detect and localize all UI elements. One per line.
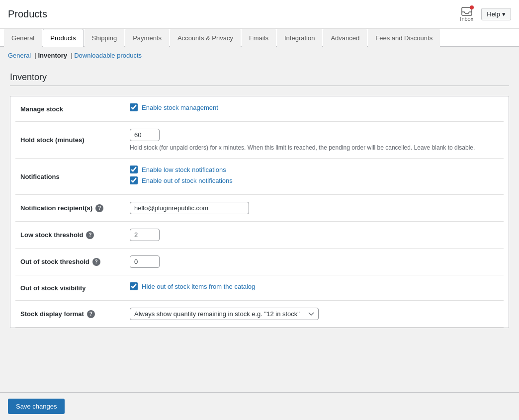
low-stock-notif-label[interactable]: Enable low stock notifications — [142, 166, 226, 173]
low-stock-checkbox-row: Enable low stock notifications — [130, 166, 499, 173]
label-with-help-low-stock: Low stock threshold ? — [20, 231, 115, 239]
out-of-stock-visibility-checkbox-row: Hide out of stock items from the catalog — [130, 282, 499, 290]
label-notifications: Notifications — [15, 159, 125, 195]
low-stock-threshold-help-icon[interactable]: ? — [86, 231, 94, 239]
notification-recipient-label: Notification recipient(s) — [20, 204, 92, 212]
top-bar: Products Inbox Help ▾ — [0, 0, 519, 29]
out-of-stock-threshold-label: Out of stock threshold — [20, 258, 89, 265]
val-out-of-stock-visibility: Hide out of stock items from the catalog — [125, 275, 504, 301]
out-of-stock-notif-label[interactable]: Enable out of stock notifications — [142, 177, 233, 184]
label-with-help-stock-display: Stock display format ? — [20, 310, 115, 318]
val-hold-stock: Hold stock (for unpaid orders) for x min… — [125, 122, 504, 159]
row-stock-display-format: Stock display format ? Always show quant… — [15, 301, 504, 328]
out-of-stock-threshold-input[interactable] — [130, 255, 160, 268]
row-notifications: Notifications Enable low stock notificat… — [15, 159, 504, 195]
label-low-stock-threshold: Low stock threshold ? — [15, 222, 125, 249]
val-manage-stock: Enable stock management — [125, 96, 504, 122]
label-with-help-out-stock: Out of stock threshold ? — [20, 258, 115, 266]
inbox-badge — [470, 5, 474, 9]
stock-display-format-label: Stock display format — [20, 310, 84, 318]
out-of-stock-threshold-help-icon[interactable]: ? — [92, 258, 100, 266]
stock-display-format-select[interactable]: Always show quantity remaining in stock … — [130, 308, 319, 320]
tab-accounts-privacy[interactable]: Accounts & Privacy — [170, 29, 241, 47]
low-stock-notif-checkbox[interactable] — [130, 166, 138, 173]
tab-general[interactable]: General — [4, 29, 42, 47]
label-hold-stock: Hold stock (minutes) — [15, 122, 125, 159]
settings-table: Manage stock Enable stock management Hol… — [15, 96, 504, 328]
hold-stock-input[interactable] — [130, 129, 160, 141]
subnav-inventory[interactable]: Inventory — [38, 52, 67, 59]
stock-display-format-help-icon[interactable]: ? — [87, 310, 95, 318]
manage-stock-checkbox-row: Enable stock management — [130, 103, 499, 111]
val-stock-display-format: Always show quantity remaining in stock … — [125, 301, 504, 328]
label-with-help-recipient: Notification recipient(s) ? — [20, 204, 115, 212]
low-stock-threshold-label: Low stock threshold — [20, 231, 83, 239]
section-title: Inventory — [10, 72, 509, 86]
out-of-stock-notif-checkbox-row: Enable out of stock notifications — [130, 176, 499, 184]
tab-emails[interactable]: Emails — [242, 29, 276, 47]
row-manage-stock: Manage stock Enable stock management — [15, 96, 504, 122]
val-out-of-stock-threshold — [125, 249, 504, 275]
sub-nav: General | Inventory | Downloadable produ… — [0, 47, 519, 64]
hide-out-of-stock-label[interactable]: Hide out of stock items from the catalog — [142, 283, 255, 290]
tab-shipping[interactable]: Shipping — [85, 29, 125, 47]
manage-stock-label[interactable]: Enable stock management — [142, 104, 218, 111]
low-stock-threshold-input[interactable] — [130, 229, 160, 241]
label-stock-display-format: Stock display format ? — [15, 301, 125, 328]
label-out-of-stock-visibility: Out of stock visibility — [15, 275, 125, 301]
label-out-of-stock-threshold: Out of stock threshold ? — [15, 249, 125, 275]
main-content: Inventory Manage stock Enable stock mana… — [0, 64, 519, 387]
settings-card: Manage stock Enable stock management Hol… — [10, 96, 509, 328]
tab-payments[interactable]: Payments — [125, 29, 169, 47]
nav-tabs: General Products Shipping Payments Accou… — [4, 29, 515, 46]
out-of-stock-notif-checkbox[interactable] — [130, 176, 138, 184]
row-out-of-stock-threshold: Out of stock threshold ? — [15, 249, 504, 275]
label-manage-stock: Manage stock — [15, 96, 125, 122]
help-button[interactable]: Help ▾ — [481, 8, 511, 20]
row-out-of-stock-visibility: Out of stock visibility Hide out of stoc… — [15, 275, 504, 301]
nav-tabs-wrap: General Products Shipping Payments Accou… — [0, 29, 519, 47]
row-notification-recipient: Notification recipient(s) ? — [15, 195, 504, 222]
row-hold-stock: Hold stock (minutes) Hold stock (for unp… — [15, 122, 504, 159]
tab-products[interactable]: Products — [43, 29, 83, 47]
subnav-downloadable[interactable]: Downloadable products — [74, 52, 142, 59]
notification-recipient-input[interactable] — [130, 202, 249, 214]
inbox-button[interactable]: Inbox — [460, 7, 473, 22]
val-notifications: Enable low stock notifications Enable ou… — [125, 159, 504, 195]
tab-integration[interactable]: Integration — [277, 29, 322, 47]
app-title: Products — [8, 8, 47, 20]
top-bar-right: Inbox Help ▾ — [460, 7, 511, 22]
subnav-general[interactable]: General — [8, 52, 31, 59]
val-low-stock-threshold — [125, 222, 504, 249]
label-notification-recipient: Notification recipient(s) ? — [15, 195, 125, 222]
val-notification-recipient — [125, 195, 504, 222]
tab-advanced[interactable]: Advanced — [323, 29, 367, 47]
hide-out-of-stock-checkbox[interactable] — [130, 282, 138, 290]
help-label: Help — [487, 10, 500, 18]
inbox-label: Inbox — [460, 16, 473, 22]
row-low-stock-threshold: Low stock threshold ? — [15, 222, 504, 249]
notification-recipient-help-icon[interactable]: ? — [95, 204, 103, 212]
help-chevron: ▾ — [502, 10, 506, 18]
tab-fees-discounts[interactable]: Fees and Discounts — [368, 29, 440, 47]
inbox-icon — [461, 7, 472, 16]
manage-stock-checkbox[interactable] — [130, 103, 138, 111]
hold-stock-description: Hold stock (for unpaid orders) for x min… — [130, 144, 478, 151]
